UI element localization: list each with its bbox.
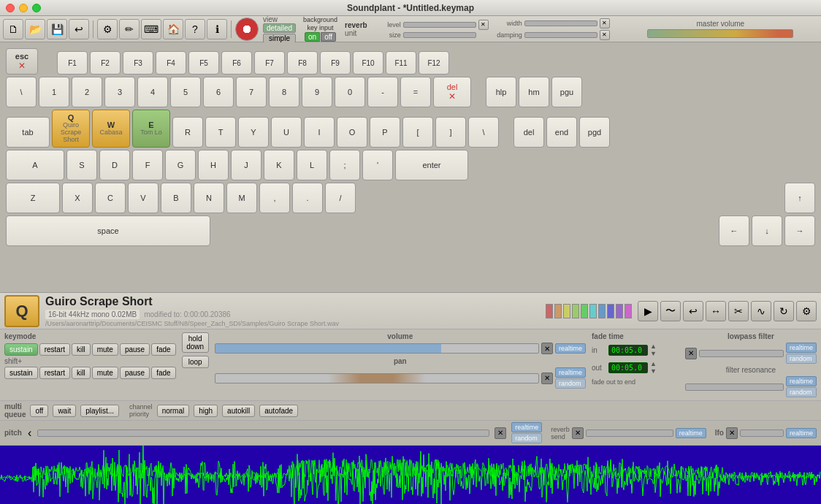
swatch-6[interactable] xyxy=(589,304,597,318)
key-h[interactable]: H xyxy=(198,150,229,180)
key-backslash[interactable]: \ xyxy=(468,117,499,148)
key-m[interactable]: M xyxy=(226,183,257,213)
key-backslash-top[interactable]: \ xyxy=(6,77,37,107)
shift-mute[interactable]: mute xyxy=(92,367,118,379)
key-rbracket[interactable]: ] xyxy=(435,117,466,148)
key-5[interactable]: 5 xyxy=(170,77,201,107)
swatch-5[interactable] xyxy=(581,304,588,318)
res-realtime[interactable]: realtime xyxy=(786,376,817,386)
revsend-x-btn[interactable]: ✕ xyxy=(572,427,584,439)
shift-kill[interactable]: kill xyxy=(72,367,91,379)
key-quote[interactable]: ' xyxy=(362,150,393,180)
lowpass-x-btn[interactable]: ✕ xyxy=(685,348,697,359)
cp-autofade[interactable]: autofade xyxy=(259,405,298,417)
pan-track[interactable] xyxy=(215,373,539,383)
key-l[interactable]: L xyxy=(297,150,327,180)
key-pgd[interactable]: pgd xyxy=(579,117,610,148)
envelope-btn[interactable]: ∿ xyxy=(751,301,771,321)
loop-btn[interactable]: loop xyxy=(182,356,209,368)
key-r[interactable]: R xyxy=(172,117,203,148)
key-equals[interactable]: = xyxy=(400,77,431,107)
cp-autokill[interactable]: autokill xyxy=(222,405,255,417)
resonance-track[interactable] xyxy=(685,383,784,391)
off-button[interactable]: off xyxy=(321,32,336,42)
key-f2[interactable]: F2 xyxy=(90,51,121,75)
mq-off[interactable]: off xyxy=(30,405,48,417)
lowpass-realtime[interactable]: realtime xyxy=(786,343,817,353)
key-f9[interactable]: F9 xyxy=(320,51,351,75)
trim-btn[interactable]: ↔ xyxy=(706,301,726,321)
close-button[interactable] xyxy=(6,4,15,12)
key-tab[interactable]: tab xyxy=(6,117,50,148)
key-j[interactable]: J xyxy=(231,150,261,180)
swatch-4[interactable] xyxy=(572,304,579,318)
pitch-realtime[interactable]: realtime xyxy=(511,422,542,432)
minimize-button[interactable] xyxy=(19,4,28,12)
swatch-2[interactable] xyxy=(554,304,562,318)
key-q[interactable]: Q QuiroScrapeShort xyxy=(52,110,90,148)
key-lbracket[interactable]: [ xyxy=(402,117,433,148)
key-a[interactable]: A xyxy=(6,150,64,180)
key-f5[interactable]: F5 xyxy=(188,51,219,75)
key-f10[interactable]: F10 xyxy=(353,51,383,75)
shift-restart[interactable]: restart xyxy=(39,367,70,379)
fade-in-value[interactable]: 00:05.0 xyxy=(608,345,648,356)
keymode-kill[interactable]: kill xyxy=(72,343,91,356)
play-btn[interactable]: ▶ xyxy=(638,301,658,321)
shift-pause[interactable]: pause xyxy=(120,367,150,379)
width-track[interactable] xyxy=(524,20,597,26)
key-hm[interactable]: hm xyxy=(519,77,549,107)
key-minus[interactable]: - xyxy=(367,77,398,107)
fade-in-down[interactable]: ▼ xyxy=(650,350,657,357)
key-del-right[interactable]: del xyxy=(513,117,544,148)
lowpass-random[interactable]: random xyxy=(786,354,817,364)
fade-out-value[interactable]: 00:05.0 xyxy=(608,362,648,373)
key-n[interactable]: N xyxy=(194,183,224,213)
level-track[interactable] xyxy=(403,22,476,28)
key-down[interactable]: ↓ xyxy=(752,215,782,246)
volume-realtime[interactable]: realtime xyxy=(555,343,586,354)
key-f[interactable]: F xyxy=(132,150,163,180)
loop-mark-btn[interactable]: ↩ xyxy=(683,301,703,321)
key-f3[interactable]: F3 xyxy=(123,51,153,75)
key-f7[interactable]: F7 xyxy=(254,51,285,75)
swatch-8[interactable] xyxy=(607,304,614,318)
key-t[interactable]: T xyxy=(205,117,236,148)
save-button[interactable]: 💾 xyxy=(47,19,67,39)
maximize-button[interactable] xyxy=(32,4,41,12)
swatch-3[interactable] xyxy=(563,304,570,318)
pan-random[interactable]: random xyxy=(555,378,586,389)
pan-x-btn[interactable]: ✕ xyxy=(541,373,553,384)
swatch-9[interactable] xyxy=(616,304,623,318)
key-c[interactable]: C xyxy=(95,183,126,213)
damping-x-btn[interactable]: ✕ xyxy=(600,30,610,40)
width-x-btn[interactable]: ✕ xyxy=(600,18,610,28)
key-v[interactable]: V xyxy=(128,183,159,213)
shift-sustain[interactable]: sustain xyxy=(4,367,38,379)
lfo-track[interactable] xyxy=(740,429,784,437)
key-up[interactable]: ↑ xyxy=(784,183,815,213)
gear-btn[interactable]: ⚙ xyxy=(796,301,817,321)
hold-down-btn[interactable]: holddown xyxy=(182,332,209,353)
info-button[interactable]: ℹ xyxy=(207,19,227,39)
key-p[interactable]: P xyxy=(370,117,400,148)
key-w[interactable]: W Cabasa xyxy=(92,110,130,148)
cp-high[interactable]: high xyxy=(194,405,218,417)
key-left[interactable]: ← xyxy=(719,215,749,246)
key-d[interactable]: D xyxy=(99,150,130,180)
key-x[interactable]: X xyxy=(62,183,93,213)
export-button[interactable]: ↩ xyxy=(69,19,89,39)
key-y[interactable]: Y xyxy=(238,117,269,148)
mq-playlist[interactable]: playlist... xyxy=(80,405,119,417)
res-random[interactable]: random xyxy=(786,387,817,397)
size-track[interactable] xyxy=(403,32,476,38)
keymode-pause[interactable]: pause xyxy=(120,343,150,356)
key-u[interactable]: U xyxy=(271,117,302,148)
keymode-fade[interactable]: fade xyxy=(151,343,175,356)
swatch-1[interactable] xyxy=(546,304,553,318)
fade-in-up[interactable]: ▲ xyxy=(650,343,657,350)
simple-btn[interactable]: simple xyxy=(263,34,296,43)
home-button[interactable]: 🏠 xyxy=(163,19,183,39)
key-semicolon[interactable]: ; xyxy=(329,150,360,180)
settings-button[interactable]: ⚙ xyxy=(97,19,118,39)
